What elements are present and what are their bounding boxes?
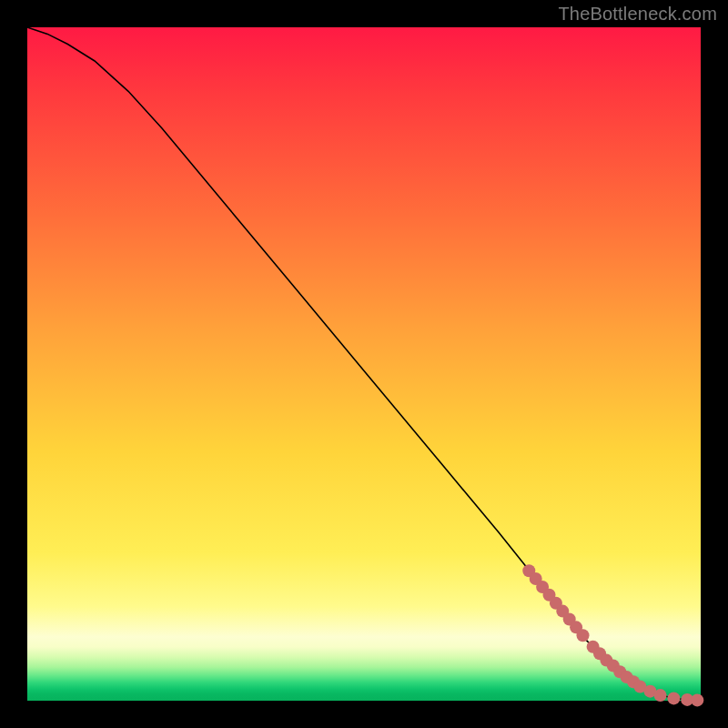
sample-marker bbox=[577, 629, 590, 642]
chart-svg bbox=[27, 27, 701, 701]
watermark-text: TheBottleneck.com bbox=[558, 4, 717, 25]
sample-marker bbox=[691, 693, 703, 706]
plot-area bbox=[27, 27, 701, 701]
sample-markers-group bbox=[522, 564, 703, 706]
sample-marker bbox=[667, 692, 680, 704]
chart-frame: TheBottleneck.com bbox=[0, 0, 728, 728]
bottleneck-curve bbox=[27, 27, 701, 701]
sample-marker bbox=[654, 689, 667, 702]
